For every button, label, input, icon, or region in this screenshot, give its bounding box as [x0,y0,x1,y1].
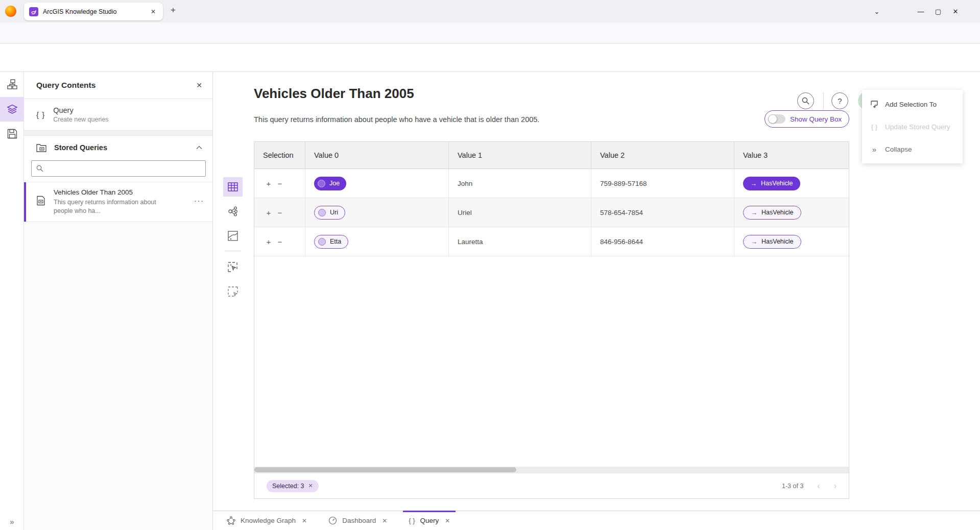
add-to-selection-button[interactable]: + [263,208,274,217]
help-button[interactable]: ? [831,92,848,109]
previous-page-icon[interactable]: ‹ [817,481,820,491]
stored-queries-header[interactable]: Stored Queries [24,136,212,159]
stored-query-description: This query returns information about peo… [54,198,192,215]
entity-label: Uri [330,209,338,216]
table-header-row: Selection Value 0 Value 1 Value 2 Value … [254,142,849,169]
map-view-button[interactable] [223,226,243,246]
tab-dashboard[interactable]: Dashboard ✕ [318,511,398,530]
braces-icon: { } [869,123,879,131]
relationship-pill[interactable]: → HasVehicle [743,177,800,190]
column-header[interactable]: Selection [254,142,305,168]
scrollbar-thumb[interactable] [254,467,516,472]
table-view-button[interactable] [223,177,243,197]
toggle-knob [768,114,777,124]
toggle-switch[interactable] [768,114,785,124]
relationship-label: HasVehicle [761,180,793,187]
link-nodes-icon [228,206,238,216]
column-header[interactable]: Value 3 [734,142,849,168]
browser-tab[interactable]: ArcGIS Knowledge Studio ✕ [24,3,163,20]
query-contents-panel: Query Contents ✕ { } Query Create new qu… [24,72,213,530]
cell-value: John [458,180,472,187]
tab-query[interactable]: { } Query ✕ [398,511,461,530]
table-row[interactable]: + − Etta Lauretta 846-956-8644 → HasVehi… [254,227,849,256]
page-description: This query returns information about peo… [254,115,539,124]
stored-query-list-item[interactable]: Vehicles Older Than 2005 This query retu… [24,182,212,222]
entity-pill[interactable]: Uri [314,206,345,220]
query-results-table: Selection Value 0 Value 1 Value 2 Value … [254,141,849,499]
column-header[interactable]: Value 1 [449,142,591,168]
relationship-pill[interactable]: → HasVehicle [743,235,801,249]
close-tab-icon[interactable]: ✕ [382,517,387,524]
tab-close-icon[interactable]: ✕ [149,7,158,16]
remove-from-selection-button[interactable]: − [274,237,285,246]
minimize-button[interactable]: — [912,8,929,15]
column-header[interactable]: Value 0 [305,142,449,168]
tab-label: Query [420,517,439,524]
new-tab-button[interactable]: + [171,5,176,15]
search-button[interactable] [797,92,814,109]
search-icon [802,97,809,105]
folder-icon [36,143,46,152]
table-empty-area [254,256,849,467]
toolbar-divider [225,251,241,251]
sidebar-item-contents[interactable] [0,97,24,122]
tab-list-dropdown-icon[interactable]: ⌄ [868,8,886,15]
add-selection-icon [870,100,878,108]
table-row[interactable]: + − Joe John 759-889-57168 → HasVehicle [254,169,849,198]
relationship-label: HasVehicle [761,238,794,245]
search-icon [36,165,43,172]
menu-item-update-stored-query[interactable]: { } Update Stored Query [862,115,963,138]
column-header[interactable]: Value 2 [591,142,734,168]
map-selection-icon [228,262,238,272]
add-to-selection-button[interactable]: + [263,237,274,246]
clear-selection-icon[interactable]: ✕ [308,483,313,489]
select-tool-button[interactable] [223,282,243,301]
panel-title: Query Contents [36,81,196,90]
relationship-pill[interactable]: → HasVehicle [743,206,801,220]
menu-item-add-selection-to[interactable]: Add Selection To [862,93,963,115]
table-row[interactable]: + − Uri Uriel 578-654-7854 → HasVehicle [254,198,849,227]
expand-rail-button[interactable]: » [0,517,24,526]
application-window: ArcGIS Knowledge Studio ✕ + ⌄ — ▢ ✕ ← → … [0,0,980,530]
query-item-subtitle: Create new queries [53,116,108,123]
maximize-button[interactable]: ▢ [929,8,947,15]
firefox-icon[interactable] [5,6,16,17]
horizontal-scrollbar[interactable] [254,467,849,473]
stored-queries-search-input[interactable] [47,165,201,173]
relationship-label: HasVehicle [761,209,794,216]
save-icon [7,129,17,139]
table-footer: Selected: 3 ✕ 1-3 of 3 ‹ › [254,473,849,498]
entity-pill[interactable]: Joe [314,177,346,190]
query-create-item[interactable]: { } Query Create new queries [24,99,212,131]
sidebar-item-data-model[interactable] [0,72,24,97]
cell-value: 846-956-8644 [600,238,643,246]
hierarchy-icon [7,79,17,89]
chevron-up-icon[interactable] [196,146,202,150]
show-query-box-label: Show Query Box [790,115,842,123]
selected-count-chip[interactable]: Selected: 3 ✕ [267,480,319,492]
link-chart-view-button[interactable] [223,202,243,221]
selected-item-accent [24,182,26,222]
next-page-icon[interactable]: › [834,481,836,491]
menu-item-label: Update Stored Query [885,123,950,131]
close-window-button[interactable]: ✕ [947,8,964,15]
sidebar-item-save[interactable] [0,122,24,146]
add-to-map-button[interactable] [223,257,243,277]
selected-count-label: Selected: 3 [272,483,304,490]
close-panel-icon[interactable]: ✕ [196,81,202,89]
close-tab-icon[interactable]: ✕ [302,517,307,524]
browser-tab-strip: ArcGIS Knowledge Studio ✕ + ⌄ — ▢ ✕ [0,0,980,22]
entity-node-icon [318,180,325,187]
stored-queries-search[interactable] [31,160,206,177]
remove-from-selection-button[interactable]: − [274,208,285,217]
add-to-selection-button[interactable]: + [263,179,274,188]
braces-icon: { } [36,110,45,119]
item-options-ellipsis-icon[interactable]: ··· [194,197,204,205]
show-query-box-toggle[interactable]: Show Query Box [764,110,849,128]
entity-pill[interactable]: Etta [314,235,348,249]
entity-node-icon [318,209,326,216]
close-tab-icon[interactable]: ✕ [445,517,450,524]
menu-item-collapse[interactable]: » Collapse [862,138,963,160]
remove-from-selection-button[interactable]: − [274,179,285,188]
tab-knowledge-graph[interactable]: Knowledge Graph ✕ [216,511,318,530]
